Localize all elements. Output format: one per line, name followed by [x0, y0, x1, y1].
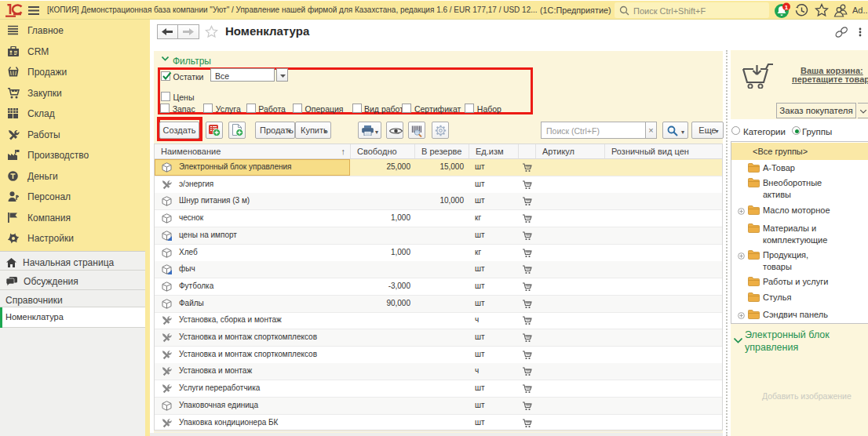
svg-text:1: 1 [785, 4, 789, 11]
